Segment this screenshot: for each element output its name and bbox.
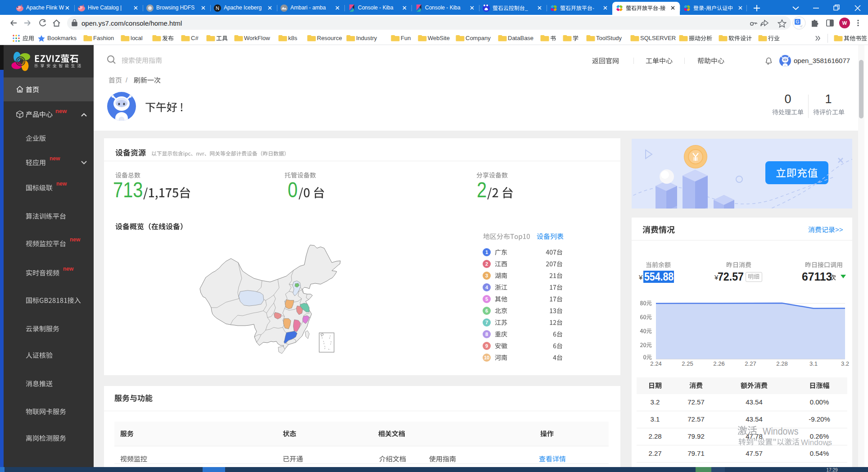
- svg-text:6: 6: [485, 308, 488, 313]
- svg-text:9: 9: [485, 343, 488, 349]
- svg-text:7: 7: [485, 320, 488, 325]
- svg-text:3: 3: [485, 273, 488, 278]
- svg-text:W: W: [842, 20, 847, 26]
- svg-text:G: G: [796, 19, 800, 24]
- svg-text:5: 5: [485, 296, 488, 302]
- svg-text:1: 1: [485, 250, 488, 255]
- svg-text:N: N: [216, 5, 219, 11]
- svg-text:8: 8: [485, 331, 488, 337]
- svg-text:2: 2: [485, 261, 488, 267]
- svg-text:10: 10: [484, 355, 489, 360]
- svg-text:4: 4: [485, 285, 488, 290]
